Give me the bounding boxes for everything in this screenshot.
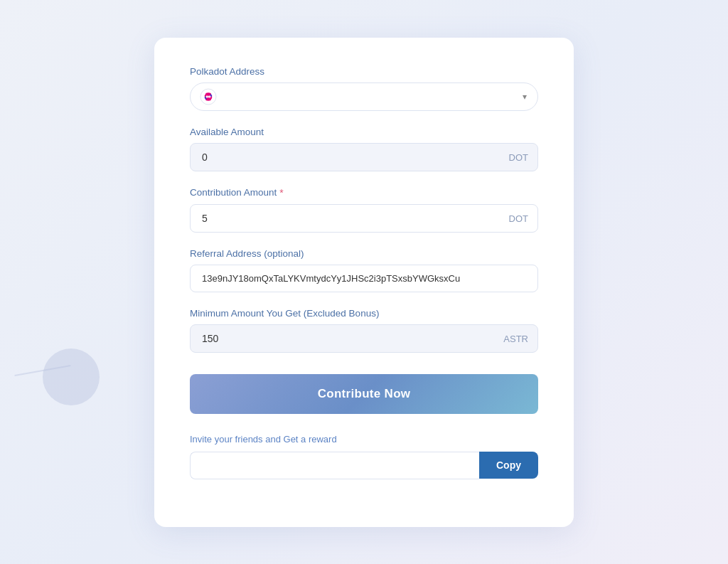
minimum-amount-group: Minimum Amount You Get (Excluded Bonus) …	[190, 308, 538, 353]
polkadot-address-label: Polkadot Address	[190, 66, 538, 77]
referral-address-label: Referral Address (optional)	[190, 248, 538, 259]
available-amount-input	[190, 143, 538, 171]
contribute-now-button[interactable]: Contribute Now	[190, 374, 538, 414]
copy-button[interactable]: Copy	[479, 452, 538, 479]
available-amount-wrapper: DOT	[190, 143, 538, 171]
polkadot-address-group: Polkadot Address ▾	[190, 66, 538, 111]
referral-address-input[interactable]	[190, 265, 538, 292]
minimum-amount-input	[190, 324, 538, 353]
available-amount-group: Available Amount DOT	[190, 127, 538, 171]
contribution-amount-label: Contribution Amount *	[190, 187, 538, 198]
invite-link-input[interactable]	[190, 452, 479, 479]
invite-section: Invite your friends and Get a reward Cop…	[190, 434, 538, 479]
invite-label: Invite your friends and Get a reward	[190, 434, 538, 445]
minimum-amount-label: Minimum Amount You Get (Excluded Bonus)	[190, 308, 538, 319]
minimum-amount-wrapper: ASTR	[190, 324, 538, 353]
required-marker: *	[279, 187, 283, 198]
decorative-circle	[43, 348, 100, 405]
main-card: Polkadot Address ▾	[154, 38, 574, 527]
contribution-amount-group: Contribution Amount * DOT	[190, 187, 538, 233]
contribution-amount-input[interactable]	[190, 204, 538, 233]
polkadot-address-select[interactable]	[190, 83, 538, 111]
invite-row: Copy	[190, 452, 538, 479]
contribution-amount-wrapper: DOT	[190, 204, 538, 233]
available-amount-label: Available Amount	[190, 127, 538, 137]
polkadot-address-dropdown-wrapper: ▾	[190, 83, 538, 111]
referral-address-group: Referral Address (optional)	[190, 248, 538, 292]
